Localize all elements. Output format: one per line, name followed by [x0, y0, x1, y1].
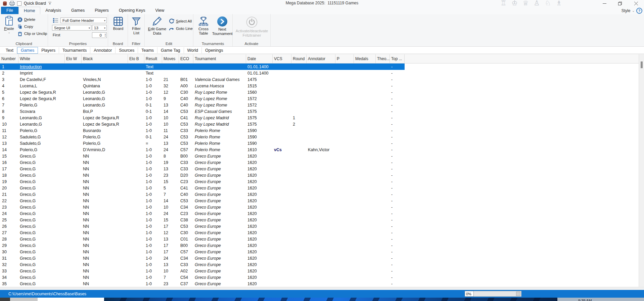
game-row[interactable]: 24Greco,GNN1-024C23Greco Europe1620- [0, 210, 405, 217]
game-row[interactable]: 29Greco,GNN1-017B00Greco Europe1620- [0, 242, 405, 249]
font-size-select[interactable]: 13▾ [92, 25, 107, 31]
cross-table-button[interactable]: Cross Table [195, 16, 212, 36]
scrollbar-thumb[interactable] [641, 61, 643, 68]
game-row[interactable]: 13Saduleto,GPolerio,G=13C53Polerio Rome1… [0, 140, 405, 146]
game-header-select[interactable]: Full Game Header▾ [60, 17, 107, 23]
doc-tab-game-tag[interactable]: Game Tag [157, 47, 184, 53]
doc-tab-world[interactable]: World [184, 47, 202, 53]
activate-fritztrainer-button[interactable]: Activate/deactivate Fritztrainer [235, 16, 269, 38]
edit-game-data-button[interactable]: Edit Game Data [147, 16, 167, 36]
select-all-button[interactable]: Select All [169, 18, 192, 24]
column-header-medals[interactable]: Medals [354, 54, 376, 63]
doc-tab-tournaments[interactable]: Tournaments [59, 47, 90, 53]
style-menu[interactable]: Style [622, 8, 631, 13]
game-row[interactable]: 32Greco,GNN1-013C33Greco Europe1620- [0, 261, 405, 268]
game-row[interactable]: 8ScovaraBoi,P0-114C53ESP Casual Games157… [0, 108, 405, 115]
game-row[interactable]: 34Greco,GNN1-07C54Greco Europe1620- [0, 274, 405, 281]
game-row[interactable]: 14Polerio,GD'Arminio,D1-024C57Polerio Ro… [0, 146, 405, 153]
column-header-date[interactable]: Date [246, 54, 273, 63]
font-select[interactable]: Segoe UI▾ [52, 25, 91, 31]
game-row[interactable]: 10Leonardo,GLopez de Segura,R1-010C53Ruy… [0, 121, 405, 127]
column-header-black[interactable]: Black [82, 54, 128, 63]
doc-tab-annotator[interactable]: Annotator [90, 47, 116, 53]
game-row[interactable]: 7Polerio,GLeonardo,G0-113C40Ruy Lopez Ro… [0, 102, 405, 108]
game-row[interactable]: 19Greco,GNN1-015C23Greco Europe1620- [0, 178, 405, 185]
column-header-elob[interactable]: Elo B [128, 54, 144, 63]
first-stepper[interactable]: 0 ▴▾ [92, 32, 107, 38]
column-header-tournament[interactable]: Tournament [193, 54, 246, 63]
game-row[interactable]: 31Greco,GNN1-024C34Greco Europe1620- [0, 255, 405, 261]
doc-tab-text[interactable]: Text [2, 47, 17, 53]
paste-button[interactable]: Paste ⌄ [3, 16, 15, 33]
column-header-result[interactable]: Result [144, 54, 162, 63]
doc-tab-openings[interactable]: Openings [202, 47, 227, 53]
menu-tab-view[interactable]: View [150, 7, 169, 14]
board-button[interactable]: Board [112, 17, 124, 31]
column-header-round[interactable]: Round [291, 54, 307, 63]
next-tournament-button[interactable]: Next Tournament [212, 16, 232, 36]
column-header-number[interactable]: Number [0, 54, 18, 63]
game-row[interactable]: 1IntroductionText01.01.1400- [0, 63, 405, 70]
column-header-elow[interactable]: Elo W [65, 54, 82, 63]
game-row[interactable]: 33Greco,GNN1-010A02Greco Europe1620- [0, 268, 405, 274]
menu-tab-opening-keys[interactable]: Opening Keys [114, 7, 150, 14]
column-header-moves[interactable]: Moves [162, 54, 179, 63]
horizontal-scrollbar[interactable] [0, 287, 644, 290]
doc-tab-players[interactable]: Players [38, 47, 59, 53]
game-row[interactable]: 3De Castellvi,FVinoles,N1-021B01Valencia… [0, 76, 405, 83]
game-row[interactable]: 26Greco,GNN1-017C53Greco Europe1620- [0, 223, 405, 229]
cell-eco [179, 70, 193, 76]
menu-tab-games[interactable]: Games [66, 7, 90, 14]
menu-tab-players[interactable]: Players [90, 7, 114, 14]
menu-tab-file[interactable]: File [1, 7, 18, 14]
doc-tab-teams[interactable]: Teams [138, 47, 157, 53]
copy-button[interactable]: Copy [17, 24, 33, 30]
help-icon[interactable]: ? [636, 8, 642, 14]
game-row[interactable]: 9Leonardo,GLopez de Segura,R1-010C41Ruy … [0, 115, 405, 121]
clip-unclip-button[interactable]: Clip or Unclip [17, 31, 47, 37]
filter-list-button[interactable]: Filter List [130, 17, 142, 35]
cell-black: NN [82, 166, 128, 172]
cell-vcs [273, 70, 291, 76]
doc-tab-sources[interactable]: Sources [116, 47, 138, 53]
game-row[interactable]: 11Polerio,GBusnardo1-011C33Polerio Rome1… [0, 127, 405, 134]
goto-line-button[interactable]: Goto Line [169, 26, 193, 32]
game-row[interactable]: 35Greco,GNN1-023C37Greco Europe1620- [0, 281, 405, 287]
menu-tab-home[interactable]: Home [18, 7, 40, 14]
game-row[interactable]: 27Greco,GNN1-012C30Greco Europe1620- [0, 229, 405, 236]
game-row[interactable]: 25Greco,GNN1-015C38Greco Europe1620- [0, 217, 405, 223]
column-header-p[interactable]: P [335, 54, 354, 63]
game-row[interactable]: 5Lopez de Segura,RLeonardo,G1-012C30Ruy … [0, 89, 405, 95]
column-header-vcs[interactable]: VCS [273, 54, 291, 63]
column-header-white[interactable]: White [18, 54, 65, 63]
game-row[interactable]: 4Lucena,LQuintana1-032A00Lucena Huesca15… [0, 83, 405, 89]
doc-tab-games[interactable]: Games [17, 47, 38, 54]
column-header-annotator[interactable]: Annotator [307, 54, 335, 63]
vertical-scrollbar[interactable] [639, 54, 644, 287]
game-row[interactable]: 12Saduleto,GPolerio,G0-124C53Polerio Rom… [0, 134, 405, 140]
column-header-theo[interactable]: Theo... [376, 54, 390, 63]
game-row[interactable]: 15Greco,GNN1-08B00Greco Europe1620- [0, 153, 405, 159]
game-row[interactable]: 28Greco,GNN1-013C01Greco Europe1620- [0, 236, 405, 242]
column-header-eco[interactable]: ECO [179, 54, 193, 63]
game-row[interactable]: 17Greco,GNN1-013C33Greco Europe1620- [0, 166, 405, 172]
game-row[interactable]: 18Greco,GNN1-023D20Greco Europe1620- [0, 172, 405, 178]
game-row[interactable]: 6Lopez de Segura,RLeonardo,G1-09C40Ruy L… [0, 95, 405, 102]
game-row[interactable]: 2ImprintText01.01.1400- [0, 70, 405, 76]
game-row[interactable]: 30Greco,GNN1-017C57Greco Europe1620- [0, 249, 405, 255]
minimize-button[interactable] [600, 0, 609, 7]
game-row[interactable]: 23Greco,GNN1-010C34Greco Europe1620- [0, 204, 405, 210]
delete-button[interactable]: Delete [17, 16, 35, 23]
chevron-down-icon[interactable]: ⌄ [632, 9, 635, 12]
game-row[interactable]: 20Greco,GNN1-05C41Greco Europe1620- [0, 185, 405, 191]
restore-button[interactable] [615, 0, 624, 7]
cell-elow [65, 236, 82, 242]
column-header-top[interactable]: Top ... [390, 54, 405, 63]
game-row[interactable]: 22Greco,GNN1-014C53Greco Europe1620- [0, 198, 405, 204]
cell-p [335, 146, 354, 153]
game-row[interactable]: 16Greco,GNN1-019C33Greco Europe1620- [0, 159, 405, 166]
close-button[interactable] [632, 0, 640, 7]
menu-tab-analysis[interactable]: Analysis [40, 7, 66, 14]
list-format-icon[interactable] [53, 18, 58, 23]
game-row[interactable]: 21Greco,GNN1-07C40Greco Europe1620- [0, 191, 405, 198]
